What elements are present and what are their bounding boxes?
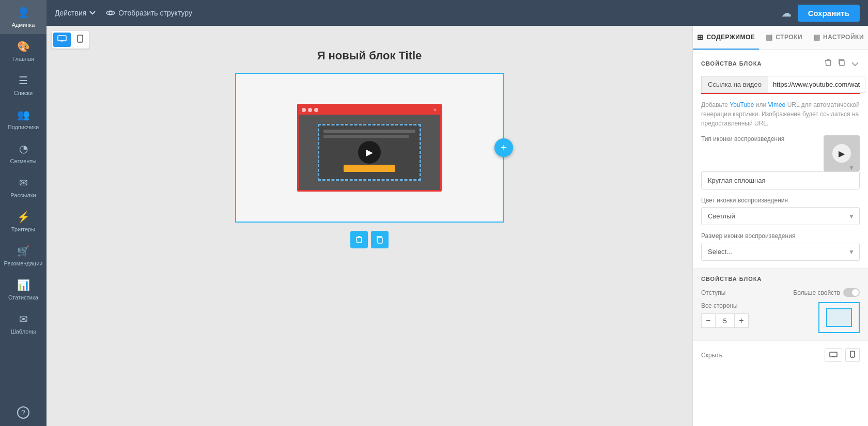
- delete-block-btn[interactable]: [350, 231, 368, 248]
- view-structure-btn[interactable]: Отобразить структуру: [106, 9, 192, 17]
- sidebar-item-templates[interactable]: ✉ Шаблоны: [0, 307, 47, 341]
- list-icon: ☰: [19, 74, 28, 87]
- save-button[interactable]: Сохранить: [798, 5, 860, 22]
- block-props-title-2: СВОЙСТВА БЛОКА: [701, 276, 762, 282]
- cloud-icon: ☁: [781, 7, 792, 19]
- mail-icon: ✉: [19, 177, 28, 189]
- sidebar-item-segments-label: Сегменты: [10, 158, 37, 164]
- collapse-section-btn[interactable]: [850, 58, 860, 69]
- sidebar-item-statistics[interactable]: 📊 Статистика: [0, 273, 47, 307]
- block-properties-section: СВОЙСТВА БЛОКА Ссылка на видео Добавьте …: [693, 50, 868, 269]
- add-block-btn[interactable]: +: [494, 138, 513, 157]
- sidebar-item-mailings[interactable]: ✉ Рассылки: [0, 170, 47, 204]
- device-selector: [52, 31, 89, 49]
- dot-1: [302, 108, 306, 112]
- canvas-block[interactable]: ✕ ▶ +: [235, 73, 504, 223]
- sidebar-item-admin[interactable]: 👤 Админка: [0, 0, 47, 34]
- close-x: ✕: [433, 107, 437, 113]
- svg-point-11: [852, 356, 853, 356]
- sidebar-item-segments[interactable]: ◔ Сегменты: [0, 136, 47, 170]
- sidebar-item-statistics-label: Статистика: [8, 294, 38, 301]
- sidebar-item-lists[interactable]: ☰ Списки: [0, 68, 47, 102]
- vimeo-link[interactable]: Vimeo: [768, 101, 786, 108]
- dot-2: [308, 108, 312, 112]
- svg-point-0: [109, 11, 112, 14]
- hide-label: Скрыть: [701, 352, 722, 359]
- play-icon-type-select[interactable]: Круглая сплошная Круглая контурная Квадр…: [701, 171, 860, 190]
- chevron-down-icon-sm: [851, 62, 859, 66]
- more-props-toggle[interactable]: [843, 288, 860, 297]
- hide-desktop-btn[interactable]: [825, 348, 842, 362]
- chevron-type-icon: ▼: [848, 164, 855, 171]
- chart-icon: 📊: [17, 279, 30, 291]
- sidebar-item-help[interactable]: ?: [0, 400, 47, 426]
- tab-content-label: СОДЕРЖИМОЕ: [707, 34, 755, 41]
- sidebar-item-subscribers-label: Подписчики: [8, 124, 39, 130]
- sidebar-item-admin-label: Админка: [12, 22, 35, 28]
- settings-tab-icon: ▤: [813, 33, 820, 41]
- sidebar-item-main[interactable]: 🎨 Главная: [0, 34, 47, 68]
- eye-icon: [106, 9, 115, 17]
- tab-rows-label: СТРОКИ: [776, 34, 802, 41]
- sidebar-item-triggers-label: Триггеры: [11, 226, 35, 232]
- right-panel: ⊞ СОДЕРЖИМОЕ ▤ СТРОКИ ▤ НАСТРОЙКИ СВОЙСТ…: [692, 26, 868, 426]
- video-description: Добавьте YouTube или Vimeo URL для автом…: [701, 100, 860, 128]
- url-input[interactable]: [768, 76, 865, 93]
- hide-mobile-btn[interactable]: [845, 348, 860, 362]
- video-progress-bar: [344, 165, 395, 172]
- url-label: Ссылка на видео: [701, 76, 768, 93]
- rows-tab-icon: ▤: [766, 33, 773, 41]
- block-properties-section-2: СВОЙСТВА БЛОКА Отступы Больше свойств Вс…: [693, 269, 868, 341]
- trigger-icon: ⚡: [17, 211, 30, 223]
- sidebar-item-recommendations-label: Рекомендации: [4, 260, 43, 266]
- actions-label: Действия: [55, 9, 86, 17]
- actions-dropdown[interactable]: Действия: [55, 9, 96, 17]
- video-inner: ▶: [318, 124, 421, 181]
- sidebar: 👤 Админка 🎨 Главная ☰ Списки 👥 Подписчик…: [0, 0, 47, 426]
- tab-content[interactable]: ⊞ СОДЕРЖИМОЕ: [693, 26, 759, 50]
- play-icon-type-select-wrapper: Круглая сплошная Круглая контурная Квадр…: [701, 146, 860, 190]
- sidebar-item-recommendations[interactable]: 🛒 Рекомендации: [0, 239, 47, 273]
- play-icon-size-select[interactable]: Select... Малый Средний Большой: [701, 243, 860, 261]
- copy-section-btn[interactable]: [837, 58, 846, 69]
- panel-tabs: ⊞ СОДЕРЖИМОЕ ▤ СТРОКИ ▤ НАСТРОЙКИ: [693, 26, 868, 50]
- url-input-row: Ссылка на видео: [701, 76, 860, 94]
- topbar-right: ☁ Сохранить: [781, 5, 860, 22]
- mobile-btn[interactable]: [73, 33, 87, 47]
- play-icon-size-select-wrapper: Select... Малый Средний Большой ▼: [701, 243, 860, 261]
- tab-settings[interactable]: ▤ НАСТРОЙКИ: [809, 26, 868, 50]
- play-icon-color-select-wrapper: Светлый Тёмный ▼: [701, 207, 860, 225]
- segments-icon: ◔: [19, 143, 28, 155]
- svg-rect-8: [830, 352, 837, 357]
- dot-3: [314, 108, 318, 112]
- section-header-2: СВОЙСТВА БЛОКА: [701, 276, 860, 282]
- desktop-hide-icon: [829, 352, 838, 358]
- admin-icon: 👤: [17, 6, 30, 19]
- delete-section-btn[interactable]: [824, 57, 833, 70]
- copy-icon: [376, 235, 383, 244]
- play-icon-color-select[interactable]: Светлый Тёмный: [701, 207, 860, 225]
- padding-increase-btn[interactable]: +: [734, 313, 749, 328]
- block-toolbar: [350, 231, 389, 248]
- sidebar-item-triggers[interactable]: ⚡ Триггеры: [0, 204, 47, 239]
- play-icon-size-label: Размер иконки воспроизведения: [701, 232, 860, 240]
- tab-settings-label: НАСТРОЙКИ: [823, 34, 864, 41]
- video-thumbnail: ✕ ▶: [297, 104, 442, 192]
- hide-section: Скрыть: [693, 341, 868, 369]
- tab-rows[interactable]: ▤ СТРОКИ: [759, 26, 809, 50]
- play-icon-color-label: Цвет иконки воспроизведения: [701, 197, 860, 204]
- copy-icon-sm: [838, 59, 845, 66]
- text-line-1: [323, 130, 415, 133]
- youtube-link[interactable]: YouTube: [730, 101, 754, 108]
- main-canvas: Я новый блок Title ✕ ▶ +: [47, 26, 692, 426]
- padding-visual: [818, 302, 860, 333]
- sidebar-item-subscribers[interactable]: 👥 Подписчики: [0, 102, 47, 136]
- desktop-btn[interactable]: [53, 33, 71, 47]
- padding-decrease-btn[interactable]: −: [701, 313, 716, 328]
- topbar: Действия Отобразить структуру ☁ Сохранит…: [47, 0, 868, 26]
- padding-inner: [826, 308, 852, 327]
- padding-row: Отступы Больше свойств: [701, 288, 860, 297]
- svg-rect-6: [378, 238, 382, 243]
- copy-block-btn[interactable]: [371, 231, 389, 248]
- padding-value-input[interactable]: [716, 313, 734, 328]
